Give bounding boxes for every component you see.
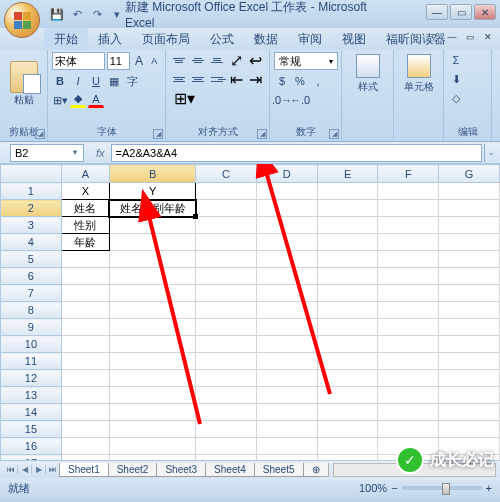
name-box[interactable]: B2▼ bbox=[10, 144, 84, 162]
orientation-button[interactable]: ⤢ bbox=[227, 52, 245, 68]
mdi-restore-icon[interactable]: ▭ bbox=[462, 30, 478, 44]
col-header-E[interactable]: E bbox=[317, 165, 378, 183]
cell-E2[interactable] bbox=[317, 200, 378, 217]
help-icon[interactable]: ? bbox=[426, 30, 442, 44]
cell-B5[interactable] bbox=[109, 251, 195, 268]
office-button[interactable] bbox=[4, 2, 40, 38]
cell-F1[interactable] bbox=[378, 183, 439, 200]
row-header-16[interactable]: 16 bbox=[1, 438, 62, 455]
cell-G15[interactable] bbox=[439, 421, 500, 438]
cell-A6[interactable] bbox=[61, 268, 109, 285]
cell-F13[interactable] bbox=[378, 387, 439, 404]
col-header-G[interactable]: G bbox=[439, 165, 500, 183]
cell-E12[interactable] bbox=[317, 370, 378, 387]
cell-G4[interactable] bbox=[439, 234, 500, 251]
cell-A4[interactable]: 年龄 bbox=[61, 234, 109, 251]
cell-E10[interactable] bbox=[317, 336, 378, 353]
col-header-C[interactable]: C bbox=[196, 165, 257, 183]
cell-F11[interactable] bbox=[378, 353, 439, 370]
cell-B4[interactable] bbox=[109, 234, 195, 251]
sheet-tab-Sheet5[interactable]: Sheet5 bbox=[254, 463, 304, 477]
cell-C5[interactable] bbox=[196, 251, 257, 268]
zoom-level[interactable]: 100% bbox=[359, 482, 387, 494]
decrease-decimal-button[interactable]: ←.0 bbox=[292, 92, 308, 108]
cell-E11[interactable] bbox=[317, 353, 378, 370]
cell-A7[interactable] bbox=[61, 285, 109, 302]
cell-D9[interactable] bbox=[256, 319, 317, 336]
sheet-nav-prev-icon[interactable]: ◀ bbox=[18, 465, 32, 474]
cell-D5[interactable] bbox=[256, 251, 317, 268]
cell-D3[interactable] bbox=[256, 217, 317, 234]
cell-F7[interactable] bbox=[378, 285, 439, 302]
cell-A8[interactable] bbox=[61, 302, 109, 319]
chevron-down-icon[interactable]: ▼ bbox=[71, 148, 79, 157]
align-middle-button[interactable] bbox=[189, 52, 207, 68]
cell-A1[interactable]: X bbox=[61, 183, 109, 200]
paste-button[interactable]: 粘贴 bbox=[4, 52, 44, 116]
shrink-font-button[interactable]: A bbox=[148, 53, 161, 69]
clipboard-dialog-launcher[interactable]: ◢ bbox=[35, 129, 45, 139]
font-color-button[interactable]: A bbox=[88, 92, 104, 108]
col-header-F[interactable]: F bbox=[378, 165, 439, 183]
grow-font-button[interactable]: A bbox=[132, 53, 145, 69]
cell-A16[interactable] bbox=[61, 438, 109, 455]
cell-C10[interactable] bbox=[196, 336, 257, 353]
undo-icon[interactable]: ↶ bbox=[68, 5, 86, 23]
fill-color-button[interactable]: ◆ bbox=[70, 92, 86, 108]
align-right-button[interactable] bbox=[208, 71, 226, 87]
cell-F8[interactable] bbox=[378, 302, 439, 319]
merge-button[interactable]: ⊞▾ bbox=[170, 90, 199, 106]
wrap-text-button[interactable]: ↩ bbox=[246, 52, 264, 68]
font-size-combo[interactable]: 11 bbox=[107, 52, 131, 70]
cell-B11[interactable] bbox=[109, 353, 195, 370]
row-header-10[interactable]: 10 bbox=[1, 336, 62, 353]
sheet-nav-first-icon[interactable]: ⏮ bbox=[4, 465, 18, 474]
cell-E1[interactable] bbox=[317, 183, 378, 200]
save-icon[interactable]: 💾 bbox=[48, 5, 66, 23]
ribbon-tab-3[interactable]: 公式 bbox=[200, 28, 244, 50]
cell-C17[interactable] bbox=[196, 455, 257, 461]
ribbon-tab-2[interactable]: 页面布局 bbox=[132, 28, 200, 50]
cell-E9[interactable] bbox=[317, 319, 378, 336]
currency-button[interactable]: $ bbox=[274, 73, 290, 89]
row-header-12[interactable]: 12 bbox=[1, 370, 62, 387]
cells-button[interactable]: 单元格 bbox=[399, 54, 439, 94]
cell-B6[interactable] bbox=[109, 268, 195, 285]
cell-B15[interactable] bbox=[109, 421, 195, 438]
align-bottom-button[interactable] bbox=[208, 52, 226, 68]
cell-B14[interactable] bbox=[109, 404, 195, 421]
underline-button[interactable]: U bbox=[88, 73, 104, 89]
select-all-corner[interactable] bbox=[1, 165, 62, 183]
percent-button[interactable]: % bbox=[292, 73, 308, 89]
cell-D2[interactable] bbox=[256, 200, 317, 217]
comma-button[interactable]: , bbox=[310, 73, 326, 89]
row-header-7[interactable]: 7 bbox=[1, 285, 62, 302]
cell-F5[interactable] bbox=[378, 251, 439, 268]
align-top-button[interactable] bbox=[170, 52, 188, 68]
cell-B2[interactable]: 姓名性别年龄 bbox=[109, 200, 195, 217]
cell-C2[interactable] bbox=[196, 200, 257, 217]
row-header-2[interactable]: 2 bbox=[1, 200, 62, 217]
zoom-out-button[interactable]: − bbox=[391, 482, 397, 494]
ribbon-tab-6[interactable]: 视图 bbox=[332, 28, 376, 50]
number-format-combo[interactable]: 常规▾ bbox=[274, 52, 338, 70]
cell-C15[interactable] bbox=[196, 421, 257, 438]
cell-C4[interactable] bbox=[196, 234, 257, 251]
cell-C16[interactable] bbox=[196, 438, 257, 455]
cell-E14[interactable] bbox=[317, 404, 378, 421]
cell-C13[interactable] bbox=[196, 387, 257, 404]
sheet-tab-Sheet3[interactable]: Sheet3 bbox=[156, 463, 206, 477]
cell-B3[interactable] bbox=[109, 217, 195, 234]
mdi-minimize-icon[interactable]: — bbox=[444, 30, 460, 44]
align-left-button[interactable] bbox=[170, 71, 188, 87]
fx-icon[interactable]: fx bbox=[96, 147, 105, 159]
formula-bar-expand-icon[interactable]: ⌄ bbox=[484, 144, 498, 162]
cell-B17[interactable] bbox=[109, 455, 195, 461]
increase-decimal-button[interactable]: .0→ bbox=[274, 92, 290, 108]
cell-G2[interactable] bbox=[439, 200, 500, 217]
zoom-in-button[interactable]: + bbox=[486, 482, 492, 494]
minimize-button[interactable]: — bbox=[426, 4, 448, 20]
cell-D14[interactable] bbox=[256, 404, 317, 421]
row-header-9[interactable]: 9 bbox=[1, 319, 62, 336]
row-header-17[interactable]: 17 bbox=[1, 455, 62, 461]
